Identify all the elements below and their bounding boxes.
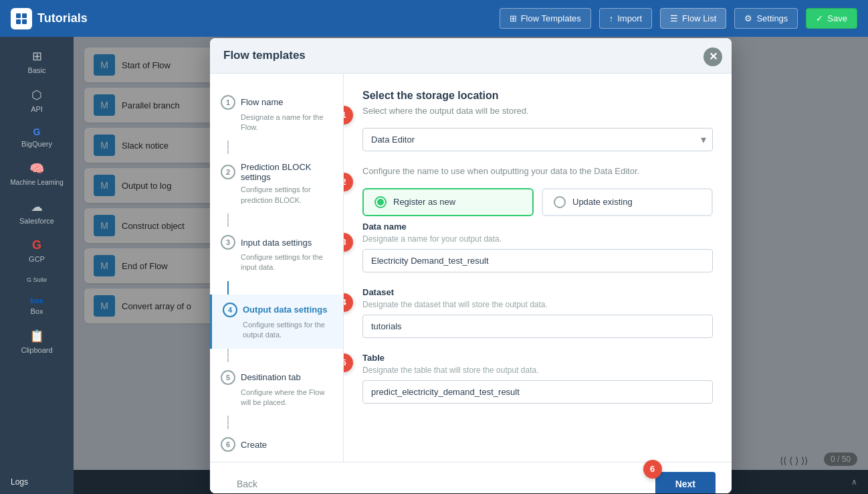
save-icon: ✓	[816, 13, 823, 23]
step-2[interactable]: 2 Prediction BLOCK settings Configure se…	[210, 154, 343, 214]
sidebar-label-api: API	[31, 105, 43, 113]
data-name-input[interactable]	[362, 249, 713, 272]
steps-panel: 1 Flow name Designate a name for the Flo…	[210, 74, 344, 462]
close-button[interactable]: ✕	[703, 48, 722, 66]
basic-icon: ⊞	[32, 49, 42, 64]
sidebar-label-bigquery: BigQuery	[21, 140, 52, 148]
radio-update-existing[interactable]: Update existing	[542, 188, 713, 216]
sidebar-item-basic[interactable]: ⊞ Basic	[0, 42, 74, 81]
step-5-desc: Configure where the Flow will be placed.	[221, 388, 332, 408]
back-button[interactable]: Back	[226, 473, 268, 493]
dataset-input[interactable]	[362, 315, 713, 338]
sidebar-item-salesforce[interactable]: ☁ Salesforce	[0, 193, 74, 232]
salesforce-icon: ☁	[31, 199, 43, 214]
sidebar-label-salesforce: Salesforce	[19, 217, 54, 225]
configure-hint: Configure the name to use when outputtin…	[362, 166, 713, 176]
step-3-desc: Configure settings for the input data.	[221, 252, 332, 273]
flow-list-label: Flow List	[682, 13, 716, 23]
step-6-circle: 6	[221, 437, 235, 452]
flow-templates-modal: Flow templates ✕ 1 Flow name Designate a…	[210, 38, 732, 493]
sidebar-label-box: Box	[31, 307, 43, 315]
flow-list-button[interactable]: ☰ Flow List	[660, 8, 726, 29]
sidebar-item-api[interactable]: ⬡ API	[0, 81, 74, 120]
top-nav: Tutorials ⊞ Flow Templates ↑ Import ☰ Fl…	[0, 0, 868, 37]
step-4-title: Output data settings	[243, 305, 327, 315]
step-5[interactable]: 5 Desitination tab Configure where the F…	[210, 362, 343, 416]
flow-templates-label: Flow Templates	[521, 13, 581, 23]
sidebar-item-bigquery[interactable]: G BigQuery	[0, 120, 74, 155]
box-icon: box	[30, 297, 43, 305]
save-label: Save	[827, 13, 847, 23]
modal-header: Flow templates ✕	[210, 38, 732, 74]
table-group: Table Designate the table that will stor…	[362, 353, 713, 404]
save-button[interactable]: ✓ Save	[806, 8, 857, 29]
settings-button[interactable]: ⚙ Settings	[734, 8, 798, 29]
import-label: Import	[617, 13, 642, 23]
settings-icon: ⚙	[744, 13, 752, 23]
next-button[interactable]: Next	[655, 472, 716, 493]
radio-label-register: Register as new	[393, 197, 455, 207]
badge-1: 1	[344, 106, 353, 125]
modal-footer: Back 6 Next	[210, 462, 732, 493]
import-button[interactable]: ↑ Import	[599, 8, 652, 29]
step-4-circle: 4	[223, 303, 237, 317]
gcp-icon: G	[32, 238, 41, 252]
step-3-title: Input data settings	[241, 238, 312, 248]
content-subtitle: Select where the output data will be sto…	[362, 106, 713, 116]
step-1[interactable]: 1 Flow name Designate a name for the Flo…	[210, 87, 343, 141]
logs-label: Logs	[11, 477, 28, 487]
radio-label-update: Update existing	[572, 197, 633, 207]
sidebar-item-gsuite[interactable]: G Suite	[0, 270, 74, 290]
content-heading: Select the storage location	[362, 90, 713, 102]
storage-location-group: Data Editor BigQuery S3 ▾	[362, 128, 713, 151]
step-4[interactable]: 4 Output data settings Configure setting…	[210, 295, 343, 349]
gsuite-icon: G Suite	[27, 276, 47, 283]
table-input[interactable]	[362, 380, 713, 404]
flow-list-icon: ☰	[670, 13, 678, 23]
modal-title: Flow templates	[223, 49, 306, 62]
step-6[interactable]: 6 Create	[210, 429, 343, 461]
step-connector-3	[227, 281, 229, 295]
sidebar-label-basic: Basic	[28, 66, 46, 74]
sidebar-label-gcp: GCP	[29, 255, 45, 263]
svg-rect-1	[22, 13, 27, 18]
svg-rect-2	[16, 19, 21, 24]
step-connector-1	[227, 141, 229, 154]
data-name-hint: Designate a name for your output data.	[362, 234, 713, 244]
step-3[interactable]: 3 Input data settings Configure settings…	[210, 227, 343, 281]
data-name-label: Data name	[362, 222, 713, 232]
app-title: Tutorials	[37, 11, 88, 25]
dataset-group: Dataset Designate the dataset that will …	[362, 287, 713, 338]
step-connector-2	[227, 214, 229, 227]
content-panel: 1 2 3 4 5 Select the storage location Se…	[344, 74, 732, 462]
flow-templates-icon: ⊞	[510, 13, 517, 23]
step-2-circle: 2	[221, 165, 235, 179]
data-name-group: Data name Designate a name for your outp…	[362, 222, 713, 272]
step-1-circle: 1	[221, 95, 235, 110]
step-4-desc: Configure settings for the output data.	[223, 320, 332, 341]
modal-body: 1 Flow name Designate a name for the Flo…	[210, 74, 732, 462]
sidebar-item-ml[interactable]: 🧠 Machine Learning	[0, 155, 74, 193]
flow-area: M Start of Flow M Parallel branch M Slac…	[74, 37, 868, 494]
dataset-hint: Designate the dataset that will store th…	[362, 300, 713, 309]
bigquery-icon: G	[33, 127, 41, 137]
flow-templates-button[interactable]: ⊞ Flow Templates	[500, 8, 591, 29]
storage-location-select[interactable]: Data Editor BigQuery S3	[362, 128, 713, 151]
sidebar-item-clipboard[interactable]: 📋 Clipboard	[0, 322, 74, 361]
register-options-group: Register as new Update existing	[362, 188, 713, 216]
step-connector-4	[227, 349, 229, 362]
sidebar-item-gcp[interactable]: G GCP	[0, 232, 74, 270]
step-2-title: Prediction BLOCK settings	[241, 162, 332, 182]
sidebar-item-box[interactable]: box Box	[0, 290, 74, 322]
radio-register-new[interactable]: Register as new	[362, 188, 534, 216]
step-6-title: Create	[241, 440, 267, 450]
step-1-desc: Designate a name for the Flow.	[221, 112, 332, 133]
sidebar-label-clipboard: Clipboard	[21, 346, 52, 354]
step-1-title: Flow name	[241, 97, 284, 107]
step-5-title: Desitination tab	[241, 372, 301, 382]
badge-3: 3	[344, 233, 353, 252]
dataset-label: Dataset	[362, 287, 713, 297]
badge-2: 2	[344, 173, 353, 191]
badge-5: 5	[344, 353, 353, 372]
badge-6: 6	[643, 460, 662, 479]
